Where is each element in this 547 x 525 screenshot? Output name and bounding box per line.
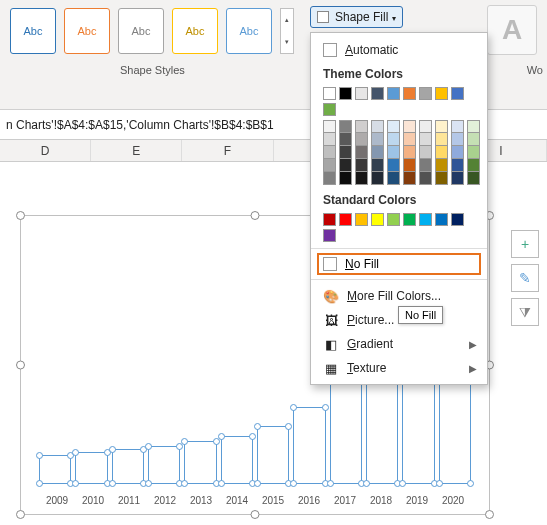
chart-bar[interactable]	[366, 369, 398, 484]
color-swatch[interactable]	[435, 172, 448, 185]
color-swatch[interactable]	[371, 120, 384, 133]
color-swatch[interactable]	[467, 133, 480, 146]
color-swatch[interactable]	[467, 159, 480, 172]
color-swatch[interactable]	[339, 213, 352, 226]
color-swatch[interactable]	[451, 146, 464, 159]
color-swatch[interactable]	[323, 146, 336, 159]
color-swatch[interactable]	[435, 159, 448, 172]
menu-no-fill[interactable]: No Fill	[317, 253, 481, 275]
shape-style-more[interactable]: ▴▾	[280, 8, 294, 54]
resize-handle[interactable]	[251, 510, 260, 519]
color-swatch[interactable]	[323, 229, 336, 242]
color-swatch[interactable]	[403, 120, 416, 133]
shape-style-1[interactable]: Abc	[10, 8, 56, 54]
color-swatch[interactable]	[371, 213, 384, 226]
color-swatch[interactable]	[371, 133, 384, 146]
color-swatch[interactable]	[371, 146, 384, 159]
color-swatch[interactable]	[451, 120, 464, 133]
color-swatch[interactable]	[451, 172, 464, 185]
color-swatch[interactable]	[451, 133, 464, 146]
color-swatch[interactable]	[467, 172, 480, 185]
color-swatch[interactable]	[323, 103, 336, 116]
color-swatch[interactable]	[339, 133, 352, 146]
color-swatch[interactable]	[419, 133, 432, 146]
color-swatch[interactable]	[387, 159, 400, 172]
col-header[interactable]: F	[182, 140, 273, 161]
color-swatch[interactable]	[435, 120, 448, 133]
color-swatch[interactable]	[355, 213, 368, 226]
color-swatch[interactable]	[419, 213, 432, 226]
color-swatch[interactable]	[451, 159, 464, 172]
color-swatch[interactable]	[435, 133, 448, 146]
chart-bar[interactable]	[148, 446, 180, 484]
col-header[interactable]: E	[91, 140, 182, 161]
color-swatch[interactable]	[371, 87, 384, 100]
color-swatch[interactable]	[435, 213, 448, 226]
color-swatch[interactable]	[435, 146, 448, 159]
shape-fill-button[interactable]: Shape Fill ▾	[310, 6, 403, 28]
menu-automatic[interactable]: Automatic	[311, 39, 487, 61]
chart-bar[interactable]	[75, 452, 107, 484]
color-swatch[interactable]	[387, 146, 400, 159]
color-swatch[interactable]	[339, 172, 352, 185]
color-swatch[interactable]	[323, 159, 336, 172]
color-swatch[interactable]	[323, 213, 336, 226]
color-swatch[interactable]	[403, 87, 416, 100]
color-swatch[interactable]	[451, 213, 464, 226]
menu-texture[interactable]: ▦ Texture ▶	[311, 356, 487, 380]
color-swatch[interactable]	[323, 87, 336, 100]
color-swatch[interactable]	[419, 146, 432, 159]
resize-handle[interactable]	[16, 510, 25, 519]
color-swatch[interactable]	[387, 87, 400, 100]
chart-bar[interactable]	[221, 436, 253, 484]
color-swatch[interactable]	[419, 87, 432, 100]
color-swatch[interactable]	[355, 133, 368, 146]
col-header[interactable]: D	[0, 140, 91, 161]
color-swatch[interactable]	[339, 87, 352, 100]
color-swatch[interactable]	[371, 172, 384, 185]
shape-style-2[interactable]: Abc	[64, 8, 110, 54]
color-swatch[interactable]	[403, 159, 416, 172]
color-swatch[interactable]	[419, 120, 432, 133]
chart-bar[interactable]	[112, 449, 144, 484]
color-swatch[interactable]	[403, 172, 416, 185]
chart-bar[interactable]	[293, 407, 325, 484]
color-swatch[interactable]	[467, 120, 480, 133]
color-swatch[interactable]	[339, 159, 352, 172]
shape-style-3[interactable]: Abc	[118, 8, 164, 54]
menu-more-colors[interactable]: 🎨 More Fill Colors...	[311, 284, 487, 308]
color-swatch[interactable]	[371, 159, 384, 172]
color-swatch[interactable]	[355, 87, 368, 100]
color-swatch[interactable]	[467, 146, 480, 159]
color-swatch[interactable]	[323, 120, 336, 133]
color-swatch[interactable]	[451, 87, 464, 100]
color-swatch[interactable]	[387, 133, 400, 146]
resize-handle[interactable]	[485, 510, 494, 519]
color-swatch[interactable]	[339, 146, 352, 159]
chart-add-element-button[interactable]: +	[511, 230, 539, 258]
resize-handle[interactable]	[251, 211, 260, 220]
chart-styles-button[interactable]: ✎	[511, 264, 539, 292]
color-swatch[interactable]	[355, 159, 368, 172]
color-swatch[interactable]	[403, 213, 416, 226]
color-swatch[interactable]	[387, 172, 400, 185]
color-swatch[interactable]	[387, 213, 400, 226]
chart-bar[interactable]	[184, 441, 216, 484]
color-swatch[interactable]	[403, 146, 416, 159]
color-swatch[interactable]	[355, 120, 368, 133]
color-swatch[interactable]	[387, 120, 400, 133]
resize-handle[interactable]	[16, 211, 25, 220]
menu-gradient[interactable]: ◧ Gradient ▶	[311, 332, 487, 356]
wordart-style-preview[interactable]: A	[487, 5, 537, 55]
shape-style-5[interactable]: Abc	[226, 8, 272, 54]
color-swatch[interactable]	[355, 146, 368, 159]
chart-bar[interactable]	[39, 455, 71, 484]
color-swatch[interactable]	[419, 159, 432, 172]
color-swatch[interactable]	[339, 120, 352, 133]
color-swatch[interactable]	[323, 172, 336, 185]
chart-bar[interactable]	[257, 426, 289, 484]
color-swatch[interactable]	[355, 172, 368, 185]
shape-style-4[interactable]: Abc	[172, 8, 218, 54]
color-swatch[interactable]	[435, 87, 448, 100]
chart-filter-button[interactable]: ⧩	[511, 298, 539, 326]
